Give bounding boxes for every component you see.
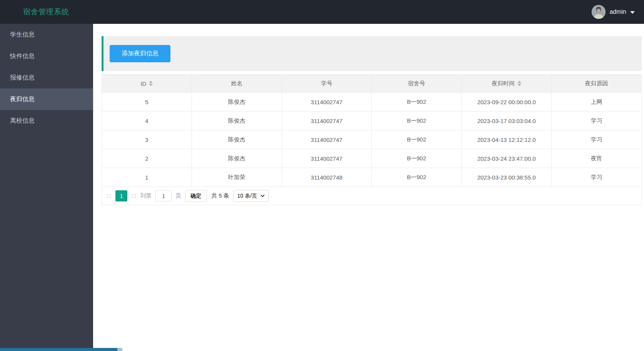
table-cell: 上网 [552,93,642,111]
goto-page-input[interactable] [155,190,172,201]
pagination-bar: □ 1 □ 到第 页 确定 共 5 条 10 条/页 [102,187,642,205]
table-cell: B一902 [372,168,462,187]
prev-page-icon[interactable]: □ [107,193,112,199]
table-body: 5陈俊杰3114002747B一9022023-09-22 00:00:00.0… [102,93,642,187]
table-cell: 学习 [552,168,642,187]
sort-icon[interactable] [517,81,521,86]
table-cell: 叶加荣 [192,168,282,187]
sidebar-item-express-info[interactable]: 快件信息 [0,45,93,67]
toolbar-panel: 添加夜归信息 [102,36,642,71]
table-cell: B一902 [372,93,462,111]
chevron-down-icon [260,195,265,197]
sidebar-item-leave-school-info[interactable]: 离校信息 [0,110,93,131]
table-cell: 夜宵 [552,149,642,168]
main-content: 添加夜归信息 ID 姓名 学号 宿舍号 [93,24,644,351]
table-row: 5陈俊杰3114002747B一9022023-09-22 00:00:00.0… [102,93,642,111]
page-button-1[interactable]: 1 [115,190,127,201]
table-cell: 3114002747 [282,130,372,149]
table-cell: 陈俊杰 [192,111,282,130]
column-header-reason: 夜归原因 [552,75,642,93]
table-cell: 2023-03-24 23:47:00.0 [462,149,552,168]
table-cell: 学习 [552,111,642,130]
table-row: 4陈俊杰3114002747B一9022023-03-17 03:03:04.0… [102,111,642,130]
table-cell: B一902 [372,149,462,168]
chevron-down-icon[interactable] [630,11,635,14]
late-return-table: ID 姓名 学号 宿舍号 夜归时间 夜归原因 [102,74,642,187]
next-page-icon[interactable]: □ [131,193,136,199]
table-header-row: ID 姓名 学号 宿舍号 夜归时间 夜归原因 [102,75,642,93]
sort-icon[interactable] [149,81,153,86]
table-cell: 学习 [552,130,642,149]
table-cell: 1 [102,168,192,187]
app-title: 宿舍管理系统 [23,7,69,17]
page-size-select[interactable]: 10 条/页 [233,190,269,202]
column-header-dorm-no: 宿舍号 [372,75,462,93]
confirm-button[interactable]: 确定 [185,190,207,202]
column-header-label: 夜归时间 [492,80,515,87]
goto-suffix-label: 页 [175,192,181,200]
user-menu[interactable]: admin [592,5,635,19]
table-row: 1叶加荣3114002748B一9022023-03-23 00:38:55.0… [102,168,642,187]
add-late-return-button[interactable]: 添加夜归信息 [110,45,170,62]
table-cell: 3114002748 [282,168,372,187]
sidebar-item-late-return-info[interactable]: 夜归信息 [0,88,93,110]
table-cell: 陈俊杰 [192,130,282,149]
bottom-scroll-bar-end [117,348,122,351]
table-cell: 陈俊杰 [192,93,282,111]
table-cell: 2023-04-13 12:12:12.0 [462,130,552,149]
sidebar-item-repair-info[interactable]: 报修信息 [0,67,93,88]
sidebar-item-student-info[interactable]: 学生信息 [0,24,93,45]
table-cell: 2 [102,149,192,168]
top-header: 宿舍管理系统 admin [0,0,644,24]
table-row: 2陈俊杰3114002747B一9022023-03-24 23:47:00.0… [102,149,642,168]
table-cell: 陈俊杰 [192,149,282,168]
avatar[interactable] [592,5,606,19]
page-size-value: 10 条/页 [237,193,257,200]
table-cell: 3114002747 [282,111,372,130]
total-count-label: 共 5 条 [211,192,229,200]
table-row: 3陈俊杰3114002747B一9022023-04-13 12:12:12.0… [102,130,642,149]
user-name[interactable]: admin [609,8,626,15]
table-cell: B一902 [372,130,462,149]
table-cell: 2023-03-17 03:03:04.0 [462,111,552,130]
column-header-student-no: 学号 [282,75,372,93]
table-cell: 3 [102,130,192,149]
column-header-name: 姓名 [192,75,282,93]
table-cell: 2023-03-23 00:38:55.0 [462,168,552,187]
sidebar: 学生信息 快件信息 报修信息 夜归信息 离校信息 [0,24,93,351]
table-cell: 2023-09-22 00:00:00.0 [462,93,552,111]
bottom-scroll-bar[interactable] [0,348,117,351]
table-cell: 3114002747 [282,93,372,111]
table-cell: B一902 [372,111,462,130]
column-header-return-time[interactable]: 夜归时间 [462,75,552,93]
table-cell: 5 [102,93,192,111]
table-cell: 4 [102,111,192,130]
table-cell: 3114002747 [282,149,372,168]
column-header-id[interactable]: ID [102,75,192,93]
column-header-label: ID [140,80,146,87]
late-return-table-wrap: ID 姓名 学号 宿舍号 夜归时间 夜归原因 [102,74,642,205]
goto-prefix-label: 到第 [140,192,152,200]
